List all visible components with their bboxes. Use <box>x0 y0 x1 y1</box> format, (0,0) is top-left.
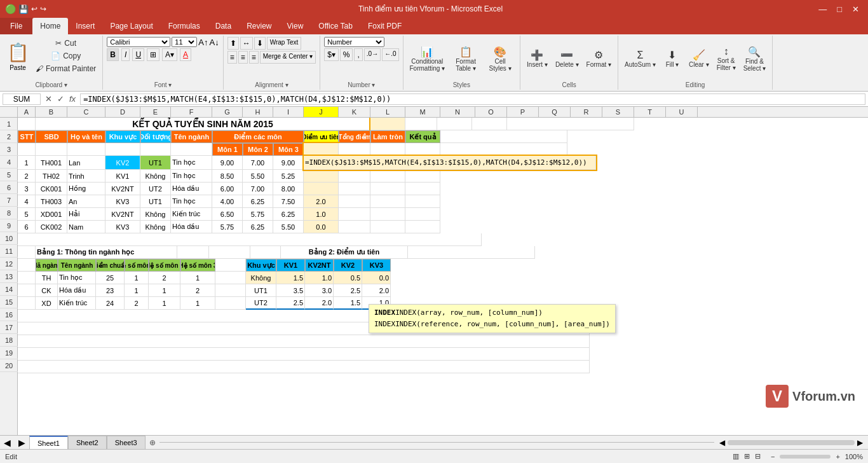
col-header-C[interactable]: C <box>67 107 105 117</box>
align-center-button[interactable]: ≡ <box>238 51 248 64</box>
cell-C9[interactable]: Nam <box>67 221 105 233</box>
cell-C14[interactable]: Hóa dầu <box>58 284 96 297</box>
cell-I6[interactable]: 8.00 <box>273 183 304 195</box>
cell-J2[interactable]: Điểm ưu tiên <box>304 130 339 143</box>
cell-E6[interactable]: UT2 <box>140 183 171 195</box>
merge-center-button[interactable]: Merge & Center ▾ <box>260 51 316 64</box>
cell-A5[interactable]: 2 <box>18 170 36 183</box>
cell-M12[interactable]: KV3 <box>362 259 391 272</box>
clear-button[interactable]: 🧹 Clear ▾ <box>686 48 712 69</box>
tab-home[interactable]: Home <box>32 18 68 34</box>
cell-J9[interactable]: 0.0 <box>304 221 339 233</box>
paste-button[interactable]: 📋 <box>2 41 34 64</box>
quick-access-save[interactable]: 💾 <box>18 4 29 14</box>
align-middle-button[interactable]: ↔ <box>240 37 253 50</box>
row-num-9[interactable]: 9 <box>0 219 18 232</box>
formula-insert-function-icon[interactable]: fx <box>67 94 78 104</box>
tab-foxit-pdf[interactable]: Foxit PDF <box>360 18 409 34</box>
copy-button[interactable]: 📄 Copy <box>33 50 98 62</box>
col-header-O[interactable]: O <box>475 107 507 117</box>
cell-row10[interactable] <box>18 233 482 246</box>
cell-D12[interactable]: Điểm chuẩn <box>96 259 125 272</box>
cell-D7[interactable]: KV3 <box>105 195 140 208</box>
col-header-G[interactable]: G <box>212 107 243 117</box>
bold-button[interactable]: B <box>107 48 119 61</box>
cell-J6[interactable] <box>304 183 339 195</box>
cell-K6[interactable] <box>339 183 370 195</box>
italic-button[interactable]: I <box>121 48 130 61</box>
cell-H13[interactable] <box>215 272 246 284</box>
col-header-J[interactable]: J <box>304 107 339 117</box>
cell-G6[interactable]: 6.00 <box>212 183 243 195</box>
row-num-11[interactable]: 11 <box>0 245 18 258</box>
increase-decimal-btn[interactable]: .0→ <box>364 48 381 61</box>
sheet-nav-left[interactable]: ◀ <box>0 438 15 446</box>
row-num-3[interactable]: 3 <box>0 143 18 156</box>
cell-L6[interactable] <box>370 183 405 195</box>
cell-H11[interactable] <box>250 246 281 259</box>
cell-F15[interactable]: 1 <box>149 297 180 310</box>
col-header-S[interactable]: S <box>602 107 634 117</box>
cell-B5[interactable]: TH02 <box>36 170 67 183</box>
cell-I5[interactable]: 5.25 <box>273 170 304 183</box>
row-num-8[interactable]: 8 <box>0 207 18 219</box>
row-num-10[interactable]: 10 <box>0 232 18 245</box>
cell-B4[interactable]: TH001 <box>36 156 67 170</box>
cell-GHI2-merged[interactable]: Điểm các môn <box>212 130 304 143</box>
quick-access-redo[interactable]: ↪ <box>40 4 46 13</box>
row-num-5[interactable]: 5 <box>0 169 18 181</box>
cell-C15[interactable]: Kiến trúc <box>58 297 96 310</box>
col-header-B[interactable]: B <box>36 107 67 117</box>
row-num-20[interactable]: 20 <box>0 359 18 372</box>
row-num-2[interactable]: 2 <box>0 130 18 143</box>
cell-J13[interactable]: 1.5 <box>276 272 305 284</box>
cell-C13[interactable]: Tin học <box>58 272 96 284</box>
cell-L15[interactable]: 1.5 <box>334 297 362 310</box>
cell-E13[interactable]: 1 <box>125 272 149 284</box>
cell-F6[interactable]: Hóa dầu <box>171 183 212 195</box>
sheet-tab-3[interactable]: Sheet3 <box>107 436 146 446</box>
formula-confirm-icon[interactable]: ✓ <box>55 94 66 104</box>
col-header-I[interactable]: I <box>273 107 304 117</box>
col-header-Q[interactable]: Q <box>539 107 571 117</box>
cell-G4[interactable]: 9.00 <box>212 156 243 170</box>
row-num-7[interactable]: 7 <box>0 194 18 207</box>
col-header-A[interactable]: A <box>18 107 36 117</box>
cell-G12[interactable]: Hệ số môn 3 <box>180 259 215 272</box>
cell-C4[interactable]: Lan <box>67 156 105 170</box>
cell-H3[interactable]: Môn 2 <box>243 143 273 156</box>
row-num-6[interactable]: 6 <box>0 181 18 194</box>
cell-C5[interactable]: Trinh <box>67 170 105 183</box>
cell-F3[interactable] <box>171 143 212 156</box>
font-size-select[interactable]: 11 <box>172 37 197 47</box>
cell-E5[interactable]: Không <box>140 170 171 183</box>
cell-A13[interactable] <box>18 272 36 284</box>
cell-A2[interactable]: STT <box>18 130 36 143</box>
cell-I4[interactable]: 9.00 <box>273 156 304 170</box>
cell-N3[interactable] <box>440 143 567 156</box>
insert-cells-button[interactable]: ➕ Insert ▾ <box>524 48 550 69</box>
cell-E3[interactable] <box>140 143 171 156</box>
cell-B12[interactable]: Mã ngành <box>36 259 58 272</box>
cell-J1[interactable] <box>370 118 405 130</box>
cell-L12[interactable]: KV2 <box>334 259 362 272</box>
cell-I7[interactable]: 7.50 <box>273 195 304 208</box>
cell-N11[interactable] <box>408 246 535 259</box>
cell-D6[interactable]: KV2NT <box>105 183 140 195</box>
cell-F11[interactable] <box>177 246 209 259</box>
cell-J15[interactable]: 2.5 <box>276 297 305 310</box>
cell-H15[interactable] <box>215 297 246 310</box>
cell-J4-formula[interactable]: =INDEX($J$13:$M$15,MATCH(E4,$I$13:$I$15,… <box>304 156 596 170</box>
cell-B14[interactable]: CK <box>36 284 58 297</box>
cell-J5[interactable] <box>304 170 339 183</box>
cell-L7[interactable] <box>370 195 405 208</box>
cell-G14[interactable]: 2 <box>180 284 215 297</box>
font-increase-btn[interactable]: A↑ <box>198 38 208 47</box>
cell-D4[interactable]: KV2 <box>105 156 140 170</box>
cell-C3[interactable] <box>67 143 105 156</box>
cell-H8[interactable]: 5.75 <box>243 208 273 221</box>
fill-button[interactable]: ⬇ Fill ▾ <box>661 48 684 69</box>
row-num-1[interactable]: 1 <box>0 118 18 130</box>
cell-C6[interactable]: Hồng <box>67 183 105 195</box>
decrease-decimal-btn[interactable]: ←.0 <box>382 48 398 61</box>
